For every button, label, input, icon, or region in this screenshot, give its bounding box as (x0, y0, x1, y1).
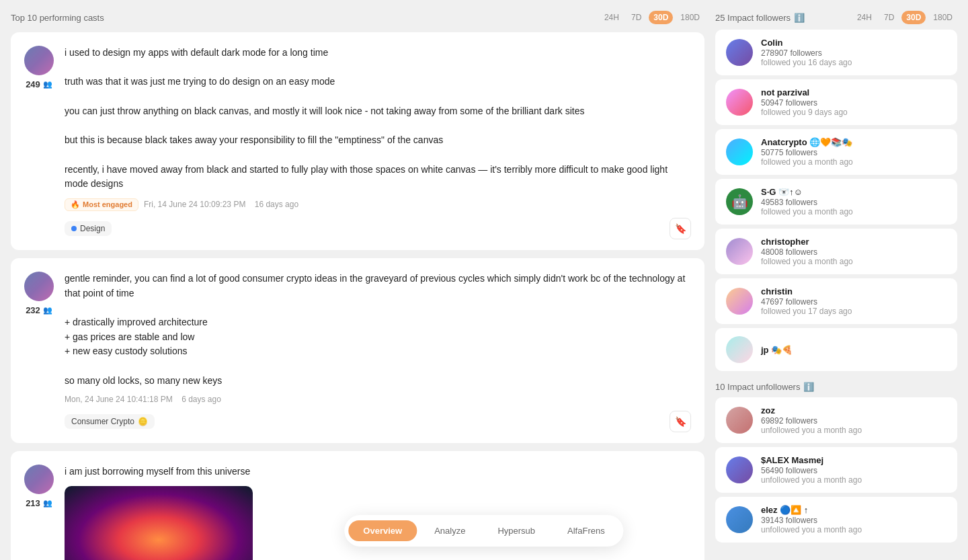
cast-left-2: 232 👥 (24, 272, 54, 433)
follower-count-christopher: 48008 followers (761, 247, 946, 257)
cast-tag-row-1: Design 🔖 (65, 218, 691, 239)
unfollowers-header: 10 Impact unfollowers ℹ️ (715, 382, 957, 392)
cast-tag-design[interactable]: Design (65, 221, 112, 236)
score-people-icon-3: 👥 (43, 499, 52, 508)
most-engaged-badge: 🔥 Most engaged (65, 198, 138, 211)
nav-tab-overview[interactable]: Overview (348, 520, 417, 541)
follower-info-christopher: christopher 48008 followers followed you… (761, 237, 946, 266)
main-filter-7d[interactable]: 7D (627, 11, 646, 24)
main-time-filters: 24H 7D 30D 180D (600, 11, 704, 24)
follower-avatar-jp (726, 336, 753, 363)
cast-meta-1: 🔥 Most engaged Fri, 14 June 24 10:09:23 … (65, 198, 691, 211)
sidebar-filter-30d[interactable]: 30D (901, 11, 926, 24)
unfollower-info-zoz: zoz 69892 followers unfollowed you a mon… (761, 405, 946, 435)
cast-body-2: gentle reminder, you can find a lot of g… (65, 272, 691, 433)
followers-list: Colin 278907 followers followed you 16 d… (715, 30, 957, 371)
main-title: Top 10 performing casts (11, 13, 104, 23)
unfollower-count-alex: 56490 followers (761, 466, 946, 475)
sidebar-filter-7d[interactable]: 7D (879, 11, 899, 24)
follower-info-jp: jp 🎭🍕 (761, 345, 946, 355)
score-people-icon: 👥 (43, 80, 52, 89)
main-filter-30d[interactable]: 30D (649, 11, 673, 24)
unfollower-avatar-zoz (726, 407, 753, 434)
cast-image-inner (65, 486, 253, 560)
unfollower-name-alex[interactable]: $ALEX Masmej (761, 455, 946, 465)
follower-info-sg: S·G 🐻‍❄️↑☺ 49583 followers followed you … (761, 187, 946, 216)
cast-card-2: 232 👥 gentle reminder, you can find a lo… (11, 258, 704, 444)
follower-name-sg[interactable]: S·G 🐻‍❄️↑☺ (761, 187, 946, 197)
cast-score-3: 213 👥 (26, 498, 52, 508)
main-filter-180d[interactable]: 180D (676, 11, 704, 24)
unfollowers-section: 10 Impact unfollowers ℹ️ zoz 69892 follo… (715, 382, 957, 543)
sidebar-filter-24h[interactable]: 24H (852, 11, 877, 24)
unfollowers-list: zoz 69892 followers unfollowed you a mon… (715, 397, 957, 543)
cast-score-1: 249 👥 (26, 79, 52, 89)
follower-card-anatcrypto: Anatcrypto 🌐🧡📚🎭 50775 followers followed… (715, 129, 957, 175)
cast-avatar-3 (24, 465, 54, 494)
cast-body-1: i used to design my apps with default da… (65, 46, 691, 239)
follower-count-colin: 278907 followers (761, 48, 946, 58)
unfollower-info-alex: $ALEX Masmej 56490 followers unfollowed … (761, 455, 946, 485)
followers-info-icon: ℹ️ (794, 13, 805, 23)
nav-tab-hypersub[interactable]: Hypersub (483, 520, 550, 541)
nav-tab-analyze[interactable]: Analyze (419, 520, 480, 541)
follower-name-christin[interactable]: christin (761, 286, 946, 296)
unfollower-time-elez: unfollowed you a month ago (761, 525, 946, 534)
follower-time-christin: followed you 17 days ago (761, 307, 946, 316)
follower-name-anatcrypto[interactable]: Anatcrypto 🌐🧡📚🎭 (761, 137, 946, 147)
unfollower-info-elez: elez 🔵🔼 ↑ 39143 followers unfollowed you… (761, 505, 946, 534)
follower-time-notparzival: followed you 9 days ago (761, 108, 946, 117)
main-filter-24h[interactable]: 24H (600, 11, 624, 24)
fire-icon: 🔥 (71, 200, 80, 209)
follower-count-sg: 49583 followers (761, 198, 946, 207)
tag-emoji: 🪙 (138, 417, 148, 426)
unfollower-name-elez[interactable]: elez 🔵🔼 ↑ (761, 505, 946, 515)
unfollower-avatar-elez (726, 506, 753, 533)
cast-tag-crypto[interactable]: Consumer Crypto 🪙 (65, 414, 155, 429)
follower-info-christin: christin 47697 followers followed you 17… (761, 286, 946, 316)
unfollower-name-zoz[interactable]: zoz (761, 405, 946, 415)
follower-name-colin[interactable]: Colin (761, 38, 946, 48)
cast-timestamp-2: Mon, 24 June 24 10:41:18 PM 6 days ago (65, 395, 221, 404)
follower-avatar-notparzival (726, 89, 753, 116)
score-people-icon-2: 👥 (43, 306, 52, 315)
follower-avatar-christin (726, 288, 753, 315)
follower-name-christopher[interactable]: christopher (761, 237, 946, 247)
nav-tab-alfafrens[interactable]: AlfaFrens (553, 520, 620, 541)
sidebar: 25 Impact followers ℹ️ 24H 7D 30D 180D C… (715, 11, 957, 560)
followers-title: 25 Impact followers ℹ️ (715, 13, 805, 23)
follower-name-jp[interactable]: jp 🎭🍕 (761, 345, 946, 355)
follower-avatar-colin (726, 39, 753, 66)
follower-count-anatcrypto: 50775 followers (761, 148, 946, 157)
follower-card-christopher: christopher 48008 followers followed you… (715, 229, 957, 274)
unfollowers-title: 10 Impact unfollowers ℹ️ (715, 382, 814, 392)
bookmark-button-2[interactable]: 🔖 (670, 411, 691, 432)
follower-card-sg: 🤖 S·G 🐻‍❄️↑☺ 49583 followers followed yo… (715, 179, 957, 225)
follower-time-anatcrypto: followed you a month ago (761, 157, 946, 167)
bookmark-button-1[interactable]: 🔖 (670, 218, 691, 239)
follower-avatar-sg: 🤖 (726, 188, 753, 215)
cast-score-2: 232 👥 (26, 305, 52, 315)
main-header: Top 10 performing casts 24H 7D 30D 180D (11, 11, 704, 24)
sidebar-time-filters: 24H 7D 30D 180D (852, 11, 957, 24)
unfollower-avatar-alex (726, 456, 753, 483)
cast-meta-2: Mon, 24 June 24 10:41:18 PM 6 days ago (65, 395, 691, 404)
follower-time-christopher: followed you a month ago (761, 257, 946, 266)
cast-text-3: i am just borrowing myself from this uni… (65, 465, 691, 479)
sidebar-filter-180d[interactable]: 180D (928, 11, 957, 24)
follower-name-notparzival[interactable]: not parzival (761, 87, 946, 97)
cast-avatar-2 (24, 272, 54, 301)
follower-count-christin: 47697 followers (761, 297, 946, 307)
unfollower-count-zoz: 69892 followers (761, 416, 946, 426)
follower-count-notparzival: 50947 followers (761, 98, 946, 108)
unfollower-card-elez: elez 🔵🔼 ↑ 39143 followers unfollowed you… (715, 497, 957, 543)
follower-card-jp: jp 🎭🍕 (715, 328, 957, 371)
cast-avatar-1 (24, 46, 54, 75)
follower-info-anatcrypto: Anatcrypto 🌐🧡📚🎭 50775 followers followed… (761, 137, 946, 167)
cast-card-1: 249 👥 i used to design my apps with defa… (11, 32, 704, 250)
follower-avatar-christopher (726, 238, 753, 265)
cast-timestamp-1: Fri, 14 June 24 10:09:23 PM 16 days ago (144, 200, 298, 209)
follower-time-sg: followed you a month ago (761, 207, 946, 216)
unfollower-time-alex: unfollowed you a month ago (761, 475, 946, 485)
bottom-nav: Overview Analyze Hypersub AlfaFrens (344, 515, 623, 547)
